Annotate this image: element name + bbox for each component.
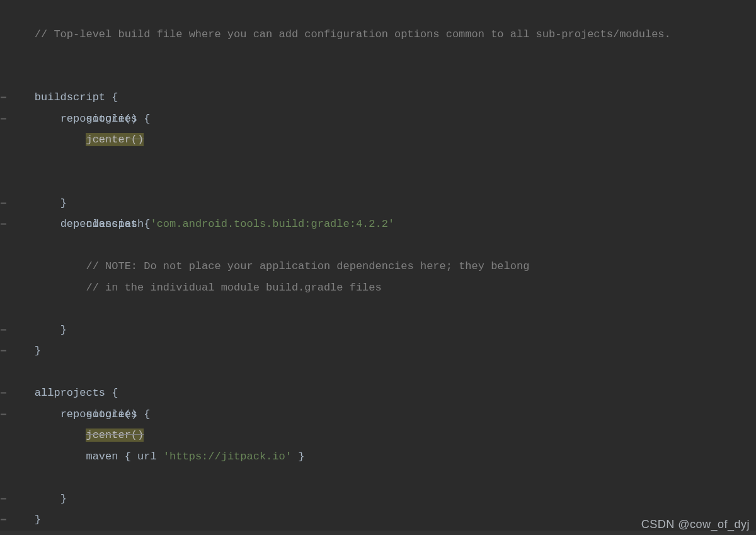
code-line[interactable]: // NOTE: Do not place your application d… [0,235,756,256]
code-line[interactable]: // Top-level build file where you can ad… [0,3,756,24]
code-line[interactable]: repositories { [0,66,756,88]
code-line[interactable]: } [0,467,756,488]
code-line[interactable]: // in the individual module build.gradle… [0,256,756,277]
code-line[interactable]: } [0,277,756,299]
code-line[interactable]: } [0,446,756,468]
code-line[interactable] [0,214,756,235]
code-line[interactable]: repositories { [0,362,756,383]
code-line[interactable] [0,129,756,151]
code-line[interactable]: maven { url 'https://jitpack.io' } [0,425,756,446]
code-line[interactable]: classpath 'com.android.tools.build:gradl… [0,193,756,214]
code-line[interactable]: buildscript { [0,45,756,66]
code-line[interactable] [0,488,756,510]
code-line[interactable] [0,319,756,341]
code-line[interactable]: google() [0,383,756,404]
code-line[interactable]: google() [0,87,756,108]
code-line[interactable]: } [0,151,756,172]
code-line[interactable]: jcenter() [0,108,756,130]
watermark-text: CSDN @cow_of_dyj [641,518,750,531]
code-line[interactable] [0,24,756,45]
code-line[interactable]: jcenter() [0,404,756,425]
code-line[interactable]: } [0,298,756,319]
code-editor[interactable]: // Top-level build file where you can ad… [0,0,756,535]
code-line[interactable]: allprojects { [0,340,756,362]
code-line[interactable]: dependencies { [0,171,756,193]
